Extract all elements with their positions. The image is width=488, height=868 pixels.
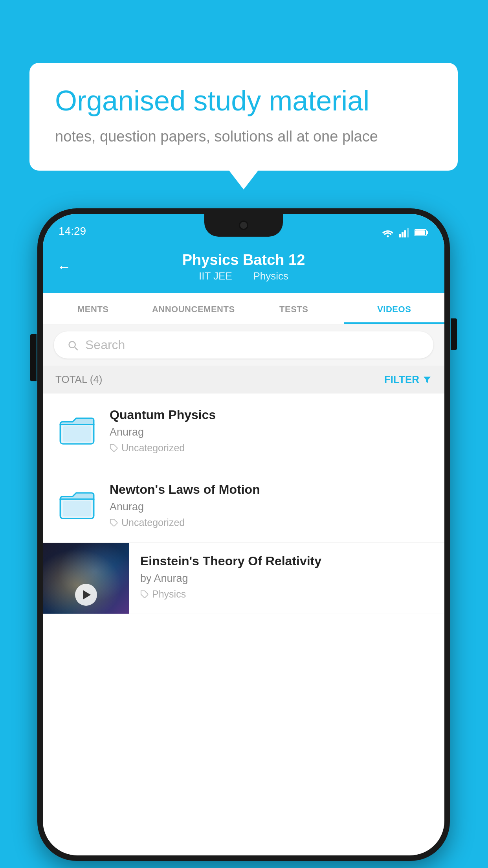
status-icons <box>382 228 429 237</box>
svg-rect-2 <box>402 232 404 237</box>
tabs-bar: MENTS ANNOUNCEMENTS TESTS VIDEOS <box>43 293 444 324</box>
filter-label: FILTER <box>384 373 419 386</box>
tab-videos[interactable]: VIDEOS <box>344 293 445 324</box>
folder-icon <box>59 486 95 522</box>
video-tag: Uncategorized <box>110 517 432 528</box>
tab-announcements[interactable]: ANNOUNCEMENTS <box>143 293 244 324</box>
list-item[interactable]: Newton's Laws of Motion Anurag Uncategor… <box>43 468 444 543</box>
search-input[interactable]: Search <box>85 338 125 352</box>
search-icon <box>66 339 79 351</box>
header-subtitle-separator <box>241 270 247 282</box>
video-thumbnail-einstein <box>43 543 129 614</box>
video-info-einstein: Einstein's Theory Of Relativity by Anura… <box>140 543 432 611</box>
svg-rect-4 <box>407 228 409 237</box>
tag-label: Uncategorized <box>121 442 185 454</box>
phone-mockup: 14:29 <box>37 208 450 861</box>
video-author: by Anurag <box>140 572 432 585</box>
tag-label: Physics <box>152 588 186 600</box>
video-author: Anurag <box>110 426 432 438</box>
header-subtitle-part1: IIT JEE <box>199 270 232 282</box>
svg-rect-1 <box>399 234 401 237</box>
play-triangle-icon <box>83 590 91 600</box>
wifi-icon <box>382 228 394 237</box>
video-title: Newton's Laws of Motion <box>110 482 432 497</box>
camera <box>239 221 248 230</box>
folder-icon <box>59 412 95 447</box>
video-info-quantum: Quantum Physics Anurag Uncategorized <box>110 408 432 454</box>
folder-thumb-quantum <box>55 408 99 451</box>
header-title-block: Physics Batch 12 IIT JEE Physics <box>182 252 305 282</box>
tab-ments[interactable]: MENTS <box>43 293 143 324</box>
filter-button[interactable]: FILTER <box>384 373 432 386</box>
signal-icon <box>399 228 410 237</box>
folder-thumb-newton <box>55 482 99 526</box>
svg-rect-7 <box>427 231 428 234</box>
filter-funnel-icon <box>422 375 432 384</box>
battery-icon <box>415 229 429 237</box>
tag-icon <box>140 590 149 599</box>
svg-rect-12 <box>63 501 91 516</box>
speech-bubble-heading: Organised study material <box>55 85 432 117</box>
list-item[interactable]: Quantum Physics Anurag Uncategorized <box>43 394 444 468</box>
speech-bubble-subtext: notes, question papers, solutions all at… <box>55 128 432 145</box>
search-input-wrapper[interactable]: Search <box>54 331 433 359</box>
tag-icon <box>110 444 118 452</box>
tag-label: Uncategorized <box>121 517 185 528</box>
play-button[interactable] <box>75 584 97 606</box>
tab-tests[interactable]: TESTS <box>244 293 344 324</box>
video-title: Quantum Physics <box>110 408 432 422</box>
svg-point-0 <box>387 235 389 237</box>
video-tag: Physics <box>140 588 432 600</box>
tag-icon <box>110 519 118 527</box>
total-count-label: TOTAL (4) <box>55 373 102 386</box>
video-info-newton: Newton's Laws of Motion Anurag Uncategor… <box>110 482 432 528</box>
header-title: Physics Batch 12 <box>182 252 305 268</box>
phone-outer: 14:29 <box>37 208 450 861</box>
video-author: Anurag <box>110 501 432 513</box>
app-header: ← Physics Batch 12 IIT JEE Physics <box>43 242 444 293</box>
svg-rect-9 <box>63 426 91 441</box>
search-bar-wrapper: Search <box>43 324 444 366</box>
speech-bubble-container: Organised study material notes, question… <box>29 63 458 171</box>
status-time: 14:29 <box>59 225 86 237</box>
svg-rect-3 <box>404 230 406 237</box>
svg-rect-6 <box>415 230 425 235</box>
phone-notch <box>204 214 283 237</box>
list-item[interactable]: Einstein's Theory Of Relativity by Anura… <box>43 543 444 614</box>
header-subtitle-part2: Physics <box>253 270 288 282</box>
video-title: Einstein's Theory Of Relativity <box>140 554 432 568</box>
phone-inner: 14:29 <box>43 214 444 855</box>
header-subtitle: IIT JEE Physics <box>182 270 305 282</box>
back-button[interactable]: ← <box>57 259 71 275</box>
video-list: Quantum Physics Anurag Uncategorized <box>43 394 444 614</box>
speech-bubble: Organised study material notes, question… <box>29 63 458 171</box>
filter-bar: TOTAL (4) FILTER <box>43 366 444 394</box>
video-tag: Uncategorized <box>110 442 432 454</box>
